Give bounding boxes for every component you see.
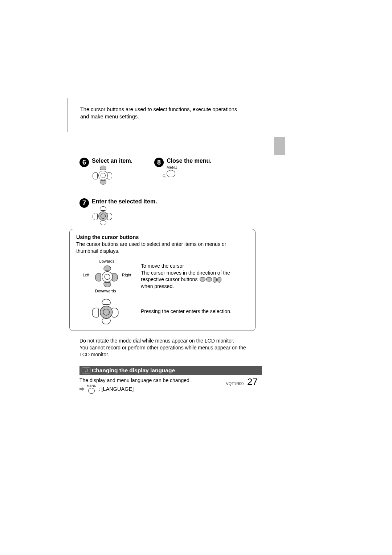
cursor-pad-press-icon [95,299,116,325]
page-number: 27 [247,376,258,388]
label-down: Downwards [95,289,116,293]
info-box-title: Using the cursor buttons [76,234,249,240]
cursor-pad-labelled: Upwards Downwards Left Right [76,259,134,293]
note-line-2: You cannot record or perform other opera… [79,344,257,358]
using-cursor-buttons-box: Using the cursor buttons The cursor butt… [69,229,256,331]
arrow-icon [79,387,85,391]
step-7-title: Enter the selected item. [92,198,157,205]
page-footer: VQT1R00 27 [67,376,258,388]
cursor-pad-icon [92,166,113,185]
press-hand-icon: ☟ [162,173,167,179]
language-band-text: Changing the display language [92,367,175,374]
move-cursor-text: To move the cursor The cursor moves in t… [141,263,249,290]
step-8-title: Close the menu. [167,158,212,164]
menu-button-label: MENU [167,166,177,170]
doc-code: VQT1R00 [226,381,244,386]
step-number-6: 6 [79,158,89,167]
step-7: 7 Enter the selected item. [79,198,256,225]
note-line-1: Do not rotate the mode dial while menus … [79,337,257,344]
label-left: Left [83,273,89,277]
cursor-pad-center-icon [92,206,113,225]
press-center-text: Pressing the center enters the selection… [141,308,249,315]
direction-icons-inline [200,277,221,283]
intro-text: The cursor buttons are used to select fu… [80,98,241,128]
step-8: 8 Close the menu. MENU ☟ [154,158,212,185]
menu-button-icon: ☟ [167,170,175,177]
notes-block: Do not rotate the mode dial while menus … [79,337,257,358]
language-section-band: 〔〕 Changing the display language [79,366,262,375]
side-tab [274,137,285,155]
language-icon: 〔〕 [82,368,90,373]
label-up: Upwards [99,259,114,263]
step-number-8: 8 [154,158,164,167]
step-6: 6 Select an item. [79,158,132,185]
info-box-desc: The cursor buttons are used to select an… [76,241,249,255]
label-right: Right [122,273,131,277]
step-number-7: 7 [79,198,89,208]
step-6-title: Select an item. [92,158,132,164]
intro-box: The cursor buttons are used to select fu… [67,98,256,132]
